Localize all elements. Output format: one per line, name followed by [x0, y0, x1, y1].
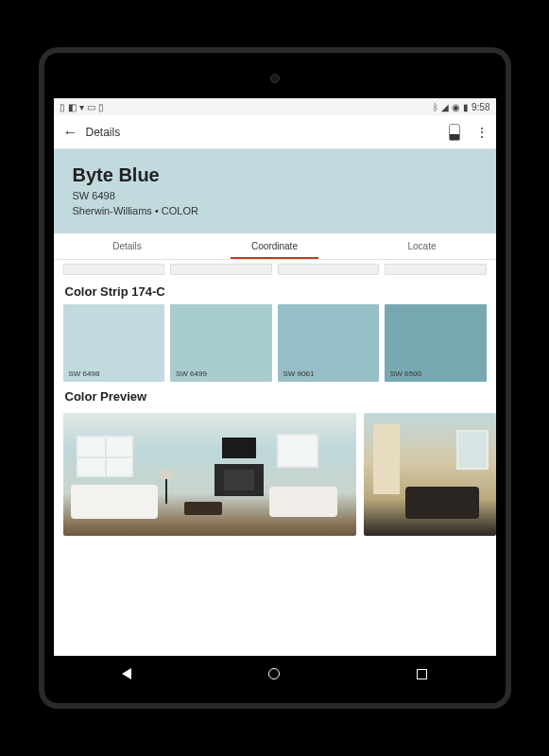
swatch[interactable]: SW 6498 — [63, 304, 165, 382]
status-right-icons: ᛒ ◢ ◉ ▮ 9:58 — [433, 102, 489, 112]
mini-chip[interactable] — [170, 264, 272, 275]
room-table — [184, 502, 222, 515]
room-sofa — [405, 487, 479, 519]
preview-title: Color Preview — [54, 382, 496, 409]
tab-locate[interactable]: Locate — [349, 233, 496, 259]
tablet-camera — [270, 74, 280, 83]
room-window — [277, 434, 318, 468]
room-lamp — [165, 477, 167, 504]
swatch[interactable]: SW 9061 — [278, 304, 380, 382]
wifi-icon: ◉ — [452, 102, 460, 112]
color-name: Byte Blue — [73, 164, 477, 186]
preview-image[interactable] — [63, 413, 356, 536]
status-icon: ▯ — [60, 102, 65, 112]
swatch[interactable]: SW 6500 — [385, 304, 487, 382]
nav-recents-button[interactable] — [417, 669, 427, 679]
status-bar: ▯ ◧ ▾ ▭ ▯ ᛒ ◢ ◉ ▮ 9:58 — [54, 98, 496, 115]
mini-chip[interactable] — [385, 264, 487, 275]
battery-icon: ▮ — [463, 102, 469, 112]
tab-coordinate[interactable]: Coordinate — [201, 233, 349, 259]
room-window — [456, 430, 489, 470]
color-code: SW 6498 — [73, 190, 477, 201]
status-left-icons: ▯ ◧ ▾ ▭ ▯ — [60, 102, 104, 112]
android-nav-bar — [54, 656, 496, 692]
swatch[interactable]: SW 6499 — [170, 304, 272, 382]
mini-chip[interactable] — [63, 264, 165, 275]
status-time: 9:58 — [472, 102, 489, 112]
preview-row — [54, 409, 496, 536]
nav-back-button[interactable] — [122, 668, 131, 679]
tabs: Details Coordinate Locate — [54, 233, 496, 260]
room-sofa — [269, 487, 337, 517]
bluetooth-icon: ᛒ — [433, 102, 438, 112]
room-fireplace — [214, 464, 264, 496]
header-title: Details — [86, 126, 449, 139]
back-button[interactable]: ← — [63, 124, 78, 141]
status-icon: ◧ — [68, 102, 77, 112]
tablet-bezel: ▯ ◧ ▾ ▭ ▯ ᛒ ◢ ◉ ▮ 9:58 ← Details ⋮ — [44, 53, 506, 703]
swatch-label: SW 6500 — [390, 369, 421, 378]
tablet-frame: ▯ ◧ ▾ ▭ ▯ ᛒ ◢ ◉ ▮ 9:58 ← Details ⋮ — [39, 47, 511, 709]
color-brand: Sherwin-Williams • COLOR — [73, 205, 477, 216]
room-sofa — [71, 485, 158, 519]
swatch-label: SW 6498 — [69, 369, 100, 378]
room-tv — [222, 438, 256, 458]
signal-icon: ◢ — [441, 102, 449, 112]
swatch-label: SW 9061 — [283, 369, 315, 378]
app-header: ← Details ⋮ — [54, 115, 496, 149]
mini-chip[interactable] — [278, 264, 380, 275]
color-strip-title: Color Strip 174-C — [54, 277, 496, 304]
paint-can-icon[interactable] — [449, 124, 460, 141]
status-icon: ▯ — [98, 102, 104, 112]
screen: ▯ ◧ ▾ ▭ ▯ ᛒ ◢ ◉ ▮ 9:58 ← Details ⋮ — [54, 98, 496, 656]
mini-chip-row — [54, 260, 496, 277]
swatch-label: SW 6499 — [176, 369, 207, 378]
more-menu-button[interactable]: ⋮ — [475, 125, 487, 140]
content-area: Color Strip 174-C SW 6498 SW 6499 SW 906… — [54, 260, 496, 656]
swatch-row: SW 6498 SW 6499 SW 9061 SW 6500 — [54, 304, 496, 382]
preview-image[interactable] — [364, 413, 496, 536]
tab-details[interactable]: Details — [54, 233, 201, 259]
status-icon: ▭ — [87, 102, 95, 112]
status-icon: ▾ — [79, 102, 84, 112]
room-curtain — [373, 424, 400, 494]
color-hero: Byte Blue SW 6498 Sherwin-Williams • COL… — [54, 149, 496, 233]
nav-home-button[interactable] — [268, 668, 280, 679]
room-window — [77, 436, 133, 477]
